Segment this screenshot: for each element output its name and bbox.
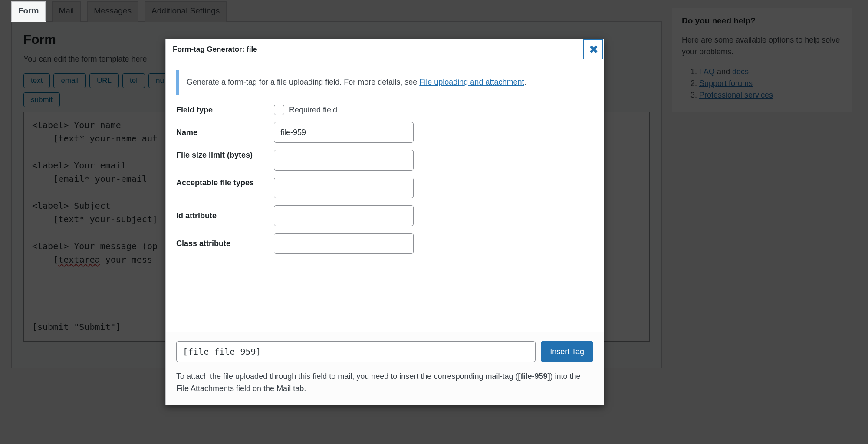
id-input[interactable] xyxy=(274,205,414,226)
info-link-file-uploading[interactable]: File uploading and attachment xyxy=(419,78,524,86)
info-text-pre: Generate a form-tag for a file uploading… xyxy=(187,78,419,86)
label-accept: Acceptable file types xyxy=(176,178,274,188)
modal-header: Form-tag Generator: file ✖ xyxy=(166,39,604,60)
row-accept: Acceptable file types xyxy=(176,178,593,198)
form-tag-generator-modal: Form-tag Generator: file ✖ Generate a fo… xyxy=(165,39,604,405)
tab-form[interactable]: Form xyxy=(11,1,46,22)
label-name: Name xyxy=(176,127,274,138)
info-text-post: . xyxy=(524,78,526,86)
label-class: Class attribute xyxy=(176,238,274,249)
modal-close-button[interactable]: ✖ xyxy=(583,39,604,60)
modal-body: Generate a form-tag for a file uploading… xyxy=(166,60,604,332)
required-checkbox[interactable] xyxy=(274,105,284,115)
label-filesize: File size limit (bytes) xyxy=(176,150,274,160)
class-input[interactable] xyxy=(274,233,414,254)
modal-footer: Insert Tag To attach the file uploaded t… xyxy=(166,332,604,405)
row-filesize: File size limit (bytes) xyxy=(176,150,593,171)
footer-note: To attach the file uploaded through this… xyxy=(176,371,593,395)
accept-input[interactable] xyxy=(274,178,414,198)
label-field-type: Field type xyxy=(176,105,274,115)
generated-tag-output[interactable] xyxy=(176,341,536,362)
filesize-input[interactable] xyxy=(274,150,414,171)
footer-note-tag: [file-959] xyxy=(518,372,550,381)
required-field-wrap: Required field xyxy=(274,105,337,115)
row-name: Name xyxy=(176,122,593,143)
close-icon: ✖ xyxy=(589,43,598,56)
row-field-type: Field type Required field xyxy=(176,105,593,115)
modal-info-box: Generate a form-tag for a file uploading… xyxy=(176,70,593,95)
label-id: Id attribute xyxy=(176,210,274,221)
required-label: Required field xyxy=(289,105,337,115)
row-id: Id attribute xyxy=(176,205,593,226)
name-input[interactable] xyxy=(274,122,414,143)
modal-title: Form-tag Generator: file xyxy=(166,39,264,60)
footer-row: Insert Tag xyxy=(176,341,593,362)
insert-tag-button[interactable]: Insert Tag xyxy=(541,341,593,362)
footer-note-pre: To attach the file uploaded through this… xyxy=(176,372,518,381)
row-class: Class attribute xyxy=(176,233,593,254)
